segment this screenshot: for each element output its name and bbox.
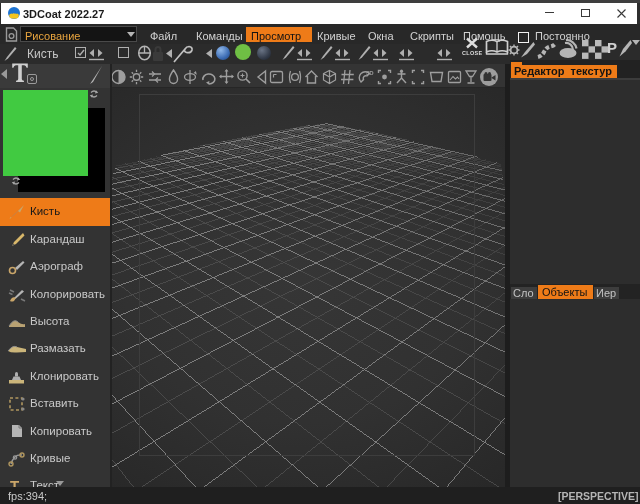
svg-text:3D: 3D — [366, 70, 374, 76]
